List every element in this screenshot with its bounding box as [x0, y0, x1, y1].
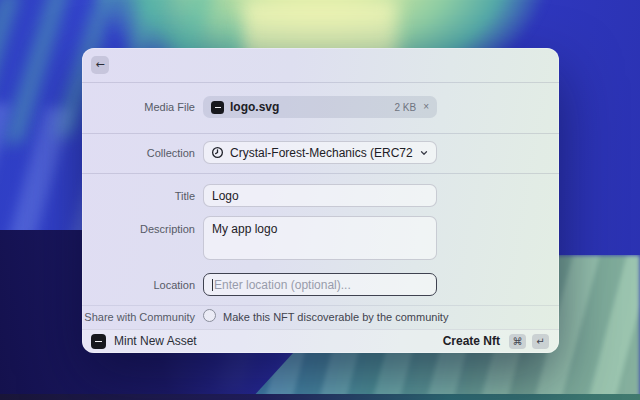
collection-label: Collection	[82, 147, 195, 159]
text-caret	[212, 279, 213, 291]
media-file-label: Media File	[82, 101, 195, 113]
command-key-icon: ⌘	[509, 334, 526, 349]
footer-bar: Mint New Asset Create Nft ⌘ ↵	[82, 329, 559, 353]
description-textarea[interactable]: My app logo	[212, 222, 428, 254]
clock-icon	[211, 146, 224, 159]
share-checkbox[interactable]	[203, 309, 216, 322]
location-field-wrap	[203, 273, 437, 296]
description-label: Description	[82, 223, 195, 235]
back-button[interactable]: ←	[91, 56, 109, 74]
app-icon	[91, 334, 106, 349]
create-nft-button[interactable]: Create Nft ⌘ ↵	[443, 334, 549, 349]
share-checkbox-label[interactable]: Make this NFT discoverable by the commun…	[223, 311, 448, 323]
media-file-chip[interactable]: logo.svg 2 KB ×	[203, 96, 437, 118]
description-field-wrap: My app logo	[203, 216, 437, 260]
media-file-name: logo.svg	[230, 100, 279, 114]
back-arrow-icon: ←	[95, 58, 104, 71]
remove-file-icon[interactable]: ×	[423, 102, 429, 112]
media-file-size: 2 KB	[394, 102, 416, 113]
location-label: Location	[82, 279, 195, 291]
create-nft-label: Create Nft	[443, 334, 500, 348]
share-label: Share with Community	[82, 311, 195, 323]
wallpaper-bottom-strip	[0, 394, 640, 400]
mint-new-asset-window: ← Media File logo.svg 2 KB × Collection …	[82, 48, 559, 353]
title-input[interactable]	[212, 189, 428, 203]
row-divider	[82, 173, 559, 174]
header-divider	[82, 82, 559, 83]
chevron-down-icon	[419, 148, 429, 158]
row-divider	[82, 305, 559, 306]
collection-selected-value: Crystal-Forest-Mechanics (ERC721)	[230, 146, 413, 160]
file-thumbnail-icon	[211, 101, 224, 114]
return-key-icon: ↵	[532, 334, 549, 349]
row-divider	[82, 133, 559, 134]
collection-dropdown[interactable]: Crystal-Forest-Mechanics (ERC721)	[203, 141, 437, 164]
title-field-wrap	[203, 184, 437, 207]
footer-app-name: Mint New Asset	[114, 334, 197, 348]
title-label: Title	[82, 190, 195, 202]
location-input[interactable]	[214, 278, 428, 292]
